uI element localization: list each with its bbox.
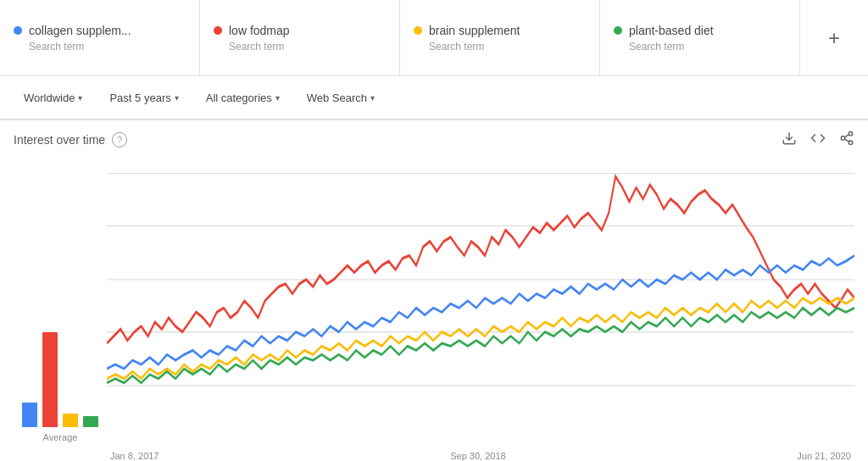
svg-line-4 <box>844 139 849 142</box>
share-icon[interactable] <box>839 131 854 149</box>
brain-type: Search term <box>414 41 586 53</box>
category-filter[interactable]: All categories ▾ <box>196 86 290 109</box>
avg-bar-collagen <box>22 403 37 427</box>
chart-title-text: Interest over time <box>14 133 105 147</box>
line-chart-section: 100 75 50 25 Jan 8, 2017 Sep 30, 2018 Ju… <box>107 159 854 461</box>
avg-bars <box>22 292 98 427</box>
fodmap-type: Search term <box>214 41 386 53</box>
add-term-button[interactable]: + <box>800 0 868 75</box>
svg-point-3 <box>849 141 853 145</box>
category-chevron-icon: ▾ <box>275 93 280 103</box>
time-filter[interactable]: Past 5 years ▾ <box>99 86 188 109</box>
search-terms-bar: collagen supplem... Search term low fodm… <box>0 0 868 76</box>
search-type-chevron-icon: ▾ <box>370 93 375 103</box>
svg-line-5 <box>844 135 849 137</box>
x-label-2: Sep 30, 2018 <box>450 451 505 461</box>
brain-dot <box>414 26 422 35</box>
x-label-1: Jan 8, 2017 <box>110 451 159 461</box>
avg-bar-brain <box>63 414 78 427</box>
avg-bar-fodmap <box>42 332 58 427</box>
search-term-collagen[interactable]: collagen supplem... Search term <box>0 0 200 75</box>
fodmap-dot <box>214 26 222 35</box>
chart-header: Interest over time ? <box>14 131 854 149</box>
location-filter[interactable]: Worldwide ▾ <box>14 86 92 109</box>
avg-bar-plantbased <box>83 416 98 427</box>
location-filter-label: Worldwide <box>24 92 75 104</box>
plantbased-dot <box>614 26 622 35</box>
fodmap-line <box>107 176 854 343</box>
embed-icon[interactable] <box>810 131 826 149</box>
line-chart-svg: 100 75 50 25 <box>107 159 854 442</box>
svg-point-2 <box>841 136 845 141</box>
category-filter-label: All categories <box>206 92 272 104</box>
collagen-label: collagen supplem... <box>29 24 131 37</box>
chart-title-group: Interest over time ? <box>14 132 127 147</box>
chart-actions <box>782 131 854 149</box>
time-filter-label: Past 5 years <box>109 92 170 104</box>
time-chevron-icon: ▾ <box>175 93 179 103</box>
svg-point-1 <box>849 132 853 136</box>
chart-section: Interest over time ? Average <box>0 120 868 461</box>
search-term-brain[interactable]: brain supplement Search term <box>400 0 600 75</box>
help-icon[interactable]: ? <box>112 132 127 147</box>
plantbased-type: Search term <box>614 41 786 53</box>
download-icon[interactable] <box>782 131 797 149</box>
avg-bar-section: Average <box>14 159 107 461</box>
search-type-filter-label: Web Search <box>307 92 367 104</box>
fodmap-label: low fodmap <box>229 24 290 37</box>
filter-bar: Worldwide ▾ Past 5 years ▾ All categorie… <box>0 76 868 120</box>
chart-container: Average 100 75 50 25 <box>14 159 854 461</box>
x-label-3: Jun 21, 2020 <box>797 451 851 461</box>
plantbased-label: plant-based diet <box>629 24 714 37</box>
collagen-type: Search term <box>14 41 186 53</box>
search-term-plantbased[interactable]: plant-based diet Search term <box>600 0 800 75</box>
collagen-dot <box>14 26 22 35</box>
search-term-fodmap[interactable]: low fodmap Search term <box>200 0 400 75</box>
location-chevron-icon: ▾ <box>78 93 82 103</box>
x-axis-labels: Jan 8, 2017 Sep 30, 2018 Jun 21, 2020 <box>107 451 854 461</box>
search-type-filter[interactable]: Web Search ▾ <box>297 86 385 109</box>
avg-label: Average <box>43 432 78 442</box>
brain-label: brain supplement <box>429 24 520 37</box>
plantbased-line <box>107 308 854 383</box>
